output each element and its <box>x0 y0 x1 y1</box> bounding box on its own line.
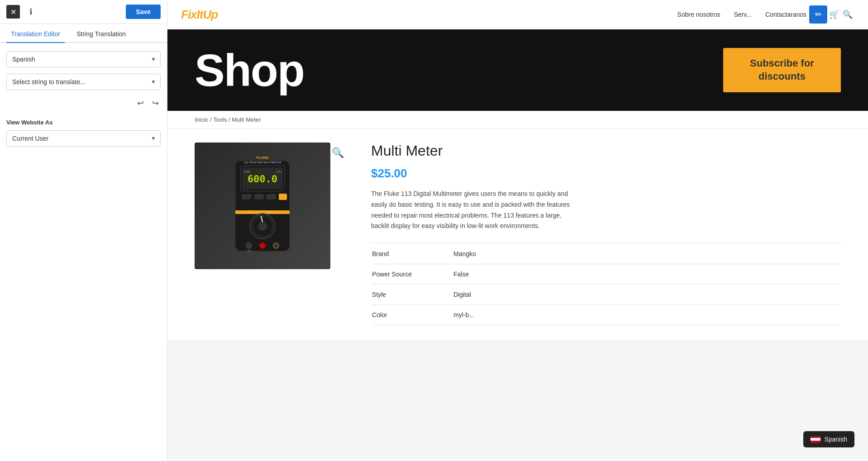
site-logo: FixItUp <box>181 8 218 22</box>
cart-button[interactable]: 🛒 <box>827 8 841 21</box>
info-icon: ℹ <box>29 7 33 17</box>
svg-rect-9 <box>267 195 276 199</box>
search-button[interactable]: 🔍 <box>841 8 854 21</box>
svg-text:600.0: 600.0 <box>248 173 277 185</box>
subscribe-button[interactable]: Subscribe for discounts <box>723 48 841 92</box>
table-row: Brand Mangko <box>372 244 840 264</box>
pencil-icon: ✏ <box>815 10 822 19</box>
spanish-flag-icon <box>811 436 820 443</box>
svg-rect-8 <box>254 195 263 199</box>
spec-label-brand: Brand <box>372 250 453 257</box>
specs-tbody: Brand Mangko Power Source False Style Di… <box>372 244 840 325</box>
breadcrumb: Inicio / Tools / Multi Meter <box>167 111 868 129</box>
top-navigation: FixItUp Sobre nosotros Serv... Contactar… <box>167 0 868 29</box>
svg-rect-7 <box>242 195 251 199</box>
product-price: $25.00 <box>371 166 841 181</box>
close-icon: ✕ <box>10 8 16 16</box>
undo-redo-bar: ↩ ↪ <box>6 96 161 110</box>
shop-banner: Shop Subscribe for discounts <box>167 29 868 111</box>
spec-label-power: Power Source <box>372 271 453 278</box>
svg-point-17 <box>273 243 279 248</box>
spec-label-color: Color <box>372 311 453 318</box>
spec-value-brand: Mangko <box>453 250 476 257</box>
nav-links: Sobre nosotros Serv... Contactaranos <box>677 11 806 18</box>
string-select[interactable]: Select string to translate... <box>6 74 161 90</box>
product-info-column: Multi Meter $25.00 The Fluke 113 Digital… <box>371 143 841 326</box>
tab-translation-editor[interactable]: Translation Editor <box>6 24 65 43</box>
current-user-dropdown-wrap: Current User Guest Admin ▼ <box>6 130 161 147</box>
svg-text:113 TRUE RMS MULTIMETER: 113 TRUE RMS MULTIMETER <box>243 161 281 164</box>
product-area: 🔍 600.0 600 LO∓ <box>167 129 868 340</box>
product-title: Multi Meter <box>371 143 841 159</box>
product-image: 600.0 600 LO∓ <box>195 143 330 269</box>
sidebar-header: ✕ ℹ Save <box>0 0 167 24</box>
info-button[interactable]: ℹ <box>24 5 37 18</box>
cart-icon: 🛒 <box>829 10 839 19</box>
spec-label-style: Style <box>372 291 453 298</box>
language-select[interactable]: Spanish French German Italian Portuguese <box>6 51 161 67</box>
magnify-button[interactable]: 🔍 <box>332 147 344 159</box>
language-badge: Spanish <box>803 431 854 447</box>
view-website-section: View Website As Current User Guest Admin… <box>6 119 161 147</box>
svg-text:600: 600 <box>244 170 250 174</box>
product-description: The Fluke 113 Digital Multimeter gives u… <box>371 189 570 232</box>
svg-text:LO∓: LO∓ <box>276 170 282 174</box>
table-row: Color myl-b... <box>372 305 840 325</box>
spec-value-style: Digital <box>453 291 471 298</box>
undo-button[interactable]: ↩ <box>135 96 146 110</box>
language-badge-label: Spanish <box>824 436 847 443</box>
search-icon: 🔍 <box>843 10 853 19</box>
redo-button[interactable]: ↪ <box>150 96 161 110</box>
spec-value-power: False <box>453 271 469 278</box>
sidebar: ✕ ℹ Save Translation Editor String Trans… <box>0 0 167 461</box>
tab-string-translation[interactable]: String Translation <box>72 24 130 43</box>
svg-text:FLUKE: FLUKE <box>257 156 269 160</box>
shop-title: Shop <box>195 44 304 96</box>
multimeter-svg: 600.0 600 LO∓ <box>217 147 308 265</box>
svg-point-15 <box>246 243 252 248</box>
language-dropdown-wrap: Spanish French German Italian Portuguese… <box>6 51 161 67</box>
magnify-icon: 🔍 <box>332 147 344 158</box>
sidebar-content: Spanish French German Italian Portuguese… <box>0 43 167 461</box>
table-row: Style Digital <box>372 285 840 305</box>
view-website-label: View Website As <box>6 119 161 126</box>
main-content: FixItUp Sobre nosotros Serv... Contactar… <box>167 0 868 461</box>
current-user-select[interactable]: Current User Guest Admin <box>6 130 161 147</box>
product-specs-table: Brand Mangko Power Source False Style Di… <box>371 242 841 326</box>
svg-point-13 <box>258 222 267 231</box>
spec-value-color: myl-b... <box>453 311 474 318</box>
svg-text:COM: COM <box>246 250 252 252</box>
nav-contactaranos[interactable]: Contactaranos <box>765 11 806 18</box>
product-image-column: 🔍 600.0 600 LO∓ <box>195 143 348 326</box>
close-button[interactable]: ✕ <box>6 5 20 19</box>
svg-rect-10 <box>279 194 287 200</box>
tab-bar: Translation Editor String Translation <box>0 24 167 43</box>
nav-sobre-nosotros[interactable]: Sobre nosotros <box>677 11 720 18</box>
svg-point-16 <box>260 243 265 248</box>
edit-pencil-button[interactable]: ✏ <box>809 5 827 24</box>
save-button[interactable]: Save <box>126 5 161 19</box>
nav-servicios[interactable]: Serv... <box>734 11 752 18</box>
table-row: Power Source False <box>372 264 840 285</box>
string-select-wrap: Select string to translate... ▼ <box>6 74 161 90</box>
